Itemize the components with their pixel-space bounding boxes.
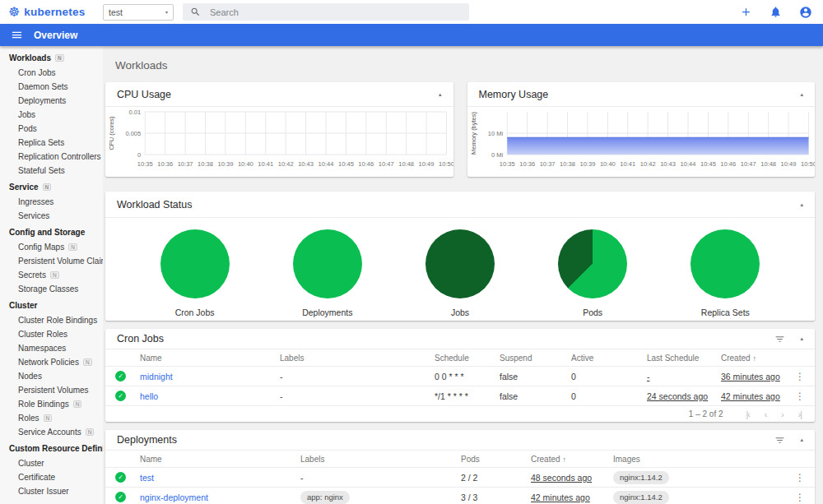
sidebar-item-label: Persistent Volume Claims bbox=[18, 257, 103, 266]
sidebar-item-label: Deployments bbox=[18, 96, 66, 105]
namespace-selector[interactable]: test ▾ bbox=[103, 4, 174, 21]
created-cell: 48 seconds ago bbox=[531, 473, 613, 483]
sidebar-item-replication-controllers[interactable]: Replication Controllers bbox=[0, 150, 103, 164]
column-header-pods[interactable]: Pods bbox=[461, 455, 531, 464]
sidebar-item-label: Namespaces bbox=[18, 344, 66, 353]
sidebar-item-namespaces[interactable]: Namespaces bbox=[0, 341, 103, 355]
sort-ascending-icon: ↑ bbox=[563, 455, 567, 464]
memory-usage-title: Memory Usage bbox=[479, 89, 549, 100]
svg-text:10:36: 10:36 bbox=[157, 160, 173, 168]
table-header-row: NameLabelsPodsCreated↑Images bbox=[105, 451, 815, 468]
sidebar-item-storage-classes[interactable]: Storage Classes bbox=[0, 282, 103, 296]
kubernetes-logo[interactable]: ☸ kubernetes bbox=[0, 6, 103, 19]
deployment-name-link[interactable]: nginx-deployment bbox=[140, 492, 300, 502]
column-header-active[interactable]: Active bbox=[571, 354, 647, 363]
sidebar-item-label: Secrets bbox=[18, 270, 46, 280]
svg-text:10:37: 10:37 bbox=[539, 160, 555, 168]
collapse-icon[interactable]: ▴ bbox=[800, 201, 803, 208]
sidebar-item-deployments[interactable]: Deployments bbox=[0, 94, 103, 108]
sidebar-item-nodes[interactable]: Nodes bbox=[0, 369, 103, 383]
row-actions-kebab-button[interactable]: ⋮ bbox=[785, 492, 815, 503]
create-resource-button[interactable] bbox=[740, 6, 752, 18]
sidebar-item-certificate[interactable]: Certificate bbox=[0, 470, 103, 484]
column-header-schedule[interactable]: Schedule bbox=[435, 354, 500, 363]
sidebar-item-jobs[interactable]: Jobs bbox=[0, 108, 103, 122]
sidebar-item-network-policies[interactable]: Network PoliciesN bbox=[0, 355, 103, 369]
sidebar-item-cluster-issuer[interactable]: Cluster Issuer bbox=[0, 484, 103, 498]
sidebar-group-cluster[interactable]: Cluster bbox=[0, 296, 103, 313]
sidebar-item-label: Certificate bbox=[18, 473, 55, 482]
next-page-icon[interactable]: › bbox=[781, 409, 783, 419]
row-actions-kebab-button[interactable]: ⋮ bbox=[785, 371, 815, 382]
schedule-cell: */1 * * * * bbox=[435, 391, 500, 401]
svg-text:10:42: 10:42 bbox=[278, 160, 294, 168]
workload-pie-cron-jobs: Cron Jobs bbox=[150, 229, 240, 317]
svg-text:10:45: 10:45 bbox=[338, 160, 354, 168]
column-header-suspend[interactable]: Suspend bbox=[500, 354, 571, 363]
filter-icon[interactable] bbox=[774, 435, 785, 446]
column-header-label: Pods bbox=[461, 455, 480, 464]
collapse-icon[interactable]: ▴ bbox=[800, 437, 803, 443]
sidebar-item-cron-jobs[interactable]: Cron Jobs bbox=[0, 66, 103, 80]
cron-job-name-link[interactable]: midnight bbox=[140, 372, 280, 381]
sidebar-item-secrets[interactable]: SecretsN bbox=[0, 268, 103, 282]
column-header-name[interactable]: Name bbox=[140, 455, 300, 464]
sidebar-item-role-bindings[interactable]: Role BindingsN bbox=[0, 397, 103, 411]
deployment-name-link[interactable]: test bbox=[140, 473, 300, 483]
column-header-created[interactable]: Created↑ bbox=[721, 354, 785, 363]
menu-hamburger-button[interactable] bbox=[11, 29, 23, 41]
sidebar-group-custom-resource-definitions[interactable]: Custom Resource Definitions bbox=[0, 439, 103, 456]
sidebar-item-label: Stateful Sets bbox=[18, 166, 65, 175]
column-header-created[interactable]: Created↑ bbox=[531, 455, 613, 464]
column-header-labels[interactable]: Labels bbox=[280, 354, 435, 363]
svg-text:10:48: 10:48 bbox=[398, 160, 414, 168]
prev-page-icon[interactable]: ‹ bbox=[765, 409, 767, 419]
last-schedule-cell: - bbox=[647, 372, 721, 381]
sidebar-item-persistent-volumes[interactable]: Persistent Volumes bbox=[0, 383, 103, 397]
cron-job-name-link[interactable]: hello bbox=[140, 391, 280, 401]
svg-text:10:39: 10:39 bbox=[217, 160, 233, 168]
sidebar-item-replica-sets[interactable]: Replica Sets bbox=[0, 136, 103, 150]
row-actions-kebab-button[interactable]: ⋮ bbox=[785, 391, 815, 402]
sidebar-item-ingresses[interactable]: Ingresses bbox=[0, 195, 103, 209]
sidebar-item-cluster[interactable]: Cluster bbox=[0, 456, 103, 470]
sidebar-item-cluster-roles[interactable]: Cluster Roles bbox=[0, 327, 103, 341]
sidebar-item-persistent-volume-claims[interactable]: Persistent Volume ClaimsN bbox=[0, 254, 103, 268]
last-page-icon[interactable]: ›| bbox=[798, 409, 802, 419]
svg-text:CPU (cores): CPU (cores) bbox=[108, 116, 115, 150]
sidebar-item-label: Cluster Issuer bbox=[18, 487, 69, 496]
notifications-bell-button[interactable] bbox=[770, 6, 782, 18]
svg-text:10:47: 10:47 bbox=[379, 160, 394, 168]
sidebar-group-config-and-storage[interactable]: Config and Storage bbox=[0, 223, 103, 240]
sidebar-item-pods[interactable]: Pods bbox=[0, 122, 103, 136]
sidebar-item-service-accounts[interactable]: Service AccountsN bbox=[0, 425, 103, 439]
row-actions-kebab-button[interactable]: ⋮ bbox=[785, 472, 815, 483]
sidebar-group-workloads[interactable]: WorkloadsN bbox=[0, 49, 103, 66]
sidebar-item-cluster-role-bindings[interactable]: Cluster Role Bindings bbox=[0, 313, 103, 327]
search-input[interactable] bbox=[210, 7, 462, 17]
column-header-name[interactable]: Name bbox=[140, 354, 280, 363]
images-cell: nginx:1.14.2 bbox=[613, 471, 785, 484]
pods-cell: 2 / 2 bbox=[461, 473, 531, 483]
svg-text:10:42: 10:42 bbox=[639, 160, 655, 168]
namespaced-badge: N bbox=[86, 428, 95, 436]
column-header-label: Created bbox=[531, 455, 560, 464]
collapse-icon[interactable]: ▴ bbox=[800, 335, 803, 342]
first-page-icon[interactable]: |‹ bbox=[746, 409, 750, 419]
column-header-last-schedule[interactable]: Last Schedule bbox=[647, 354, 721, 363]
sidebar-item-label: Config Maps bbox=[18, 243, 64, 252]
sidebar-group-service[interactable]: ServiceN bbox=[0, 178, 103, 195]
sidebar-item-daemon-sets[interactable]: Daemon Sets bbox=[0, 80, 103, 94]
column-header-labels[interactable]: Labels bbox=[300, 455, 461, 464]
collapse-icon[interactable]: ▴ bbox=[439, 91, 442, 98]
sidebar-item-roles[interactable]: RolesN bbox=[0, 411, 103, 425]
filter-icon[interactable] bbox=[774, 334, 785, 344]
images-cell: nginx:1.14.2 bbox=[613, 491, 785, 504]
sidebar-item-stateful-sets[interactable]: Stateful Sets bbox=[0, 164, 103, 178]
created-cell: 36 minutes ago bbox=[721, 372, 785, 381]
sidebar-item-config-maps[interactable]: Config MapsN bbox=[0, 240, 103, 254]
collapse-icon[interactable]: ▴ bbox=[800, 91, 803, 98]
column-header-images[interactable]: Images bbox=[613, 455, 785, 464]
account-user-button[interactable] bbox=[799, 6, 812, 19]
sidebar-item-services[interactable]: Services bbox=[0, 209, 103, 223]
